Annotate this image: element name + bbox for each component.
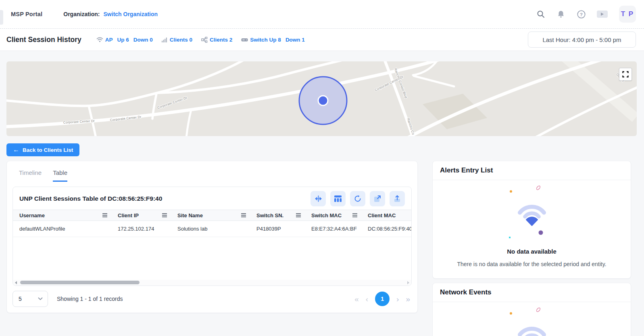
- page-size-select[interactable]: 5: [13, 291, 48, 307]
- col-switch-sn: Switch SN.: [256, 212, 283, 218]
- video-tour-icon[interactable]: [597, 10, 608, 18]
- wifi-icon: [96, 37, 103, 42]
- pagination-first-button[interactable]: «: [354, 295, 359, 303]
- no-data-wifi-illustration: [500, 305, 564, 336]
- cell-switch-sn: P418039P: [250, 226, 305, 232]
- topology-icon: [201, 37, 208, 43]
- no-data-title: No data available: [507, 248, 556, 255]
- scroll-left-arrow-icon[interactable]: [15, 281, 17, 284]
- svg-text:Corporate Center Dr: Corporate Center Dr: [157, 96, 188, 110]
- sessions-table-panel: UNP Client Sessions Table of DC:08:56:25…: [13, 187, 412, 286]
- table-toolbar: [311, 191, 405, 206]
- title-bar: Client Session History AP Up 6 Down 0 Cl…: [0, 29, 644, 51]
- column-menu-icon[interactable]: [352, 213, 357, 217]
- events-panel-title: Network Events: [433, 283, 631, 302]
- scrollbar-thumb[interactable]: [20, 281, 140, 284]
- app-brand: MSP Portal: [11, 11, 42, 17]
- no-data-wifi-illustration: [500, 183, 564, 244]
- alerts-no-data: No data available There is no data avail…: [433, 180, 631, 267]
- col-client-mac: Client MAC: [368, 212, 396, 218]
- back-to-clients-button[interactable]: ← Back to Clients List: [6, 143, 79, 156]
- alerts-entry-list-card: Alerts Entry List No data available Ther…: [432, 161, 631, 279]
- records-summary: Showing 1 - 1 of 1 records: [57, 296, 123, 302]
- switch-clients-chip[interactable]: Clients 2: [201, 37, 232, 43]
- tab-timeline[interactable]: Timeline: [19, 169, 42, 182]
- cell-client-ip: 172.25.102.174: [111, 226, 171, 232]
- sessions-card: Timeline Table UNP Client Sessions Table…: [6, 161, 418, 313]
- pagination-last-button[interactable]: »: [406, 295, 410, 303]
- export-button[interactable]: [390, 191, 405, 206]
- columns-button[interactable]: [330, 191, 346, 206]
- right-column: Alerts Entry List No data available Ther…: [432, 161, 631, 336]
- col-switch-mac: Switch MAC: [311, 212, 342, 218]
- col-client-ip: Client IP: [118, 212, 139, 218]
- ap-clients-chip[interactable]: Clients 0: [162, 37, 192, 43]
- pagination-next-button[interactable]: ›: [396, 295, 399, 303]
- map-location-marker[interactable]: [318, 96, 328, 105]
- user-avatar[interactable]: T P: [619, 6, 636, 23]
- svg-text:Rancho Conejo Blvd: Rancho Conejo Blvd: [394, 68, 408, 99]
- map-canvas: Corporate Center Dr Corporate Center Dr …: [6, 61, 637, 136]
- app-header: MSP Portal Organization:Switch Organizat…: [0, 0, 644, 29]
- table-header-row: Username Client IP Site Name Switch SN. …: [13, 210, 411, 221]
- organization-switch-link[interactable]: Switch Organization: [104, 11, 158, 17]
- table-row[interactable]: defaultWLANProfile 172.25.102.174 Soluti…: [13, 221, 411, 237]
- cell-client-mac: DC:08:56:25:F9:40: [361, 226, 411, 232]
- no-data-message: There is no data available for the selec…: [457, 261, 606, 267]
- fullscreen-icon: [622, 71, 629, 78]
- export-icon: [394, 195, 401, 202]
- cell-switch-mac: E8:E7:32:A4:6A:BF: [305, 226, 361, 232]
- svg-text:Corporate Center Dr: Corporate Center Dr: [110, 115, 142, 122]
- sidebar-toggle[interactable]: [0, 10, 3, 25]
- table-footer: 5 Showing 1 - 1 of 1 records « ‹ 1 › »: [13, 291, 412, 307]
- col-username: Username: [19, 212, 45, 218]
- refresh-icon: [354, 195, 361, 202]
- switch-icon: [241, 37, 248, 42]
- organization-label-text: Organization:: [63, 11, 100, 17]
- sessions-table-title: UNP Client Sessions Table of DC:08:56:25…: [19, 195, 162, 202]
- pagination-page-1[interactable]: 1: [375, 292, 390, 306]
- alerts-panel-title: Alerts Entry List: [433, 161, 631, 180]
- fit-columns-button[interactable]: [311, 191, 326, 206]
- svg-text:?: ?: [579, 12, 582, 17]
- ap-status-chip[interactable]: AP Up 6 Down 0: [96, 37, 153, 43]
- search-icon[interactable]: [536, 10, 545, 19]
- chevron-down-icon: [38, 297, 43, 300]
- notifications-bell-icon[interactable]: [556, 10, 565, 19]
- col-site-name: Site Name: [177, 212, 203, 218]
- header-actions: ? T P: [536, 6, 636, 23]
- organization-label: Organization:Switch Organization: [63, 11, 158, 17]
- tab-table[interactable]: Table: [53, 169, 67, 182]
- open-in-new-button[interactable]: [370, 191, 385, 206]
- column-menu-icon[interactable]: [296, 213, 301, 217]
- map-fullscreen-button[interactable]: [619, 68, 632, 81]
- cell-username: defaultWLANProfile: [13, 226, 111, 232]
- signal-bars-icon: [162, 37, 168, 42]
- events-no-data: [433, 302, 631, 336]
- cell-site-name: Solutions lab: [171, 226, 250, 232]
- pagination: « ‹ 1 › »: [354, 292, 412, 306]
- map[interactable]: Corporate Center Dr Corporate Center Dr …: [6, 61, 637, 136]
- view-tabs: Timeline Table: [13, 167, 412, 182]
- horizontal-scrollbar[interactable]: [13, 280, 411, 286]
- column-menu-icon[interactable]: [241, 213, 246, 217]
- table-empty-area: [13, 237, 411, 286]
- columns-icon: [334, 195, 342, 202]
- time-range-selector[interactable]: Last Hour: 4:00 pm - 5:00 pm: [528, 32, 636, 48]
- switch-status-chip[interactable]: Switch Up 8 Down 1: [241, 37, 305, 43]
- network-events-card: Network Events: [432, 283, 631, 336]
- pagination-prev-button[interactable]: ‹: [366, 295, 368, 303]
- open-in-new-icon: [374, 195, 381, 202]
- fit-columns-icon: [315, 195, 322, 202]
- back-arrow-icon: ←: [13, 147, 19, 153]
- column-menu-icon[interactable]: [102, 213, 107, 217]
- scroll-right-arrow-icon[interactable]: [407, 281, 409, 284]
- page-title: Client Session History: [6, 36, 81, 44]
- column-menu-icon[interactable]: [162, 213, 167, 217]
- status-chips: AP Up 6 Down 0 Clients 0 Clients 2 Switc…: [96, 37, 305, 43]
- refresh-button[interactable]: [350, 191, 365, 206]
- help-icon[interactable]: ?: [577, 10, 586, 19]
